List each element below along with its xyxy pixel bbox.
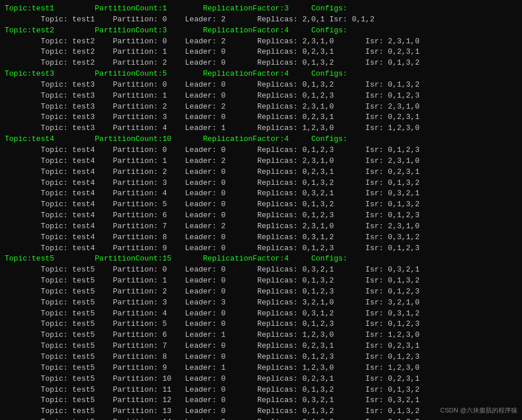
output-line: Topic: test5 Partition: 5 Leader: 0 Repl… <box>5 319 517 330</box>
output-line: Topic: test5 Partition: 2 Leader: 0 Repl… <box>5 287 517 298</box>
output-line: Topic: test4 Partition: 3 Leader: 0 Repl… <box>5 178 517 189</box>
output-line: Topic: test4 Partition: 4 Leader: 0 Repl… <box>5 188 517 199</box>
output-line: Topic: test4 Partition: 7 Leader: 2 Repl… <box>5 221 517 232</box>
output-line: Topic: test5 Partition: 3 Leader: 3 Repl… <box>5 298 517 309</box>
output-line: Topic: test4 Partition: 0 Leader: 0 Repl… <box>5 145 517 156</box>
output-line: Topic: test2 Partition: 2 Leader: 0 Repl… <box>5 58 517 69</box>
watermark: CSDN @六块腹肌的程序猿 <box>440 406 517 415</box>
output-line: Topic: test3 Partition: 2 Leader: 2 Repl… <box>5 102 517 113</box>
output-line: Topic:test5 PartitionCount:15 Replicatio… <box>5 254 517 265</box>
output-line: Topic: test5 Partition: 8 Leader: 0 Repl… <box>5 352 517 363</box>
output-line: Topic: test5 Partition: 1 Leader: 0 Repl… <box>5 276 517 287</box>
output-line: Topic: test2 Partition: 0 Leader: 2 Repl… <box>5 36 517 47</box>
output-line: Topic: test4 Partition: 9 Leader: 0 Repl… <box>5 243 517 254</box>
output-line: Topic: test4 Partition: 8 Leader: 0 Repl… <box>5 232 517 243</box>
output-line: Topic: test5 Partition: 4 Leader: 0 Repl… <box>5 309 517 319</box>
output-line: Topic:test3 PartitionCount:5 Replication… <box>5 69 517 80</box>
output-line: Topic: test2 Partition: 1 Leader: 0 Repl… <box>5 47 517 58</box>
output-line: Topic: test5 Partition: 7 Leader: 0 Repl… <box>5 341 517 352</box>
output-line: Topic: test3 Partition: 0 Leader: 0 Repl… <box>5 80 517 91</box>
output-line: Topic: test5 Partition: 9 Leader: 1 Repl… <box>5 363 517 374</box>
output-line: Topic: test4 Partition: 6 Leader: 0 Repl… <box>5 210 517 221</box>
output-line: Topic: test4 Partition: 5 Leader: 0 Repl… <box>5 199 517 210</box>
terminal-window: Topic:test1 PartitionCount:1 Replication… <box>0 0 522 420</box>
output-line: Topic: test4 Partition: 2 Leader: 0 Repl… <box>5 167 517 178</box>
output-line: Topic: test4 Partition: 1 Leader: 2 Repl… <box>5 156 517 167</box>
output-line: Topic: test1 Partition: 0 Leader: 2 Repl… <box>5 14 517 25</box>
output-line: Topic: test5 Partition: 6 Leader: 1 Repl… <box>5 330 517 341</box>
output-line: Topic: test5 Partition: 11 Leader: 0 Rep… <box>5 385 517 396</box>
output-line: Topic:test4 PartitionCount:10 Replicatio… <box>5 134 517 145</box>
output-line: Topic: test3 Partition: 3 Leader: 0 Repl… <box>5 112 517 123</box>
output-line: Topic: test5 Partition: 10 Leader: 0 Rep… <box>5 374 517 385</box>
output-lines: Topic:test1 PartitionCount:1 Replication… <box>5 3 517 420</box>
output-line: Topic: test3 Partition: 1 Leader: 0 Repl… <box>5 91 517 102</box>
output-line: Topic:test1 PartitionCount:1 Replication… <box>5 3 517 14</box>
output-line: Topic: test3 Partition: 4 Leader: 1 Repl… <box>5 123 517 134</box>
output-line: Topic: test5 Partition: 0 Leader: 0 Repl… <box>5 265 517 276</box>
output-line: Topic: test5 Partition: 12 Leader: 0 Rep… <box>5 395 517 406</box>
output-line: Topic:test2 PartitionCount:3 Replication… <box>5 25 517 36</box>
output-line: Topic: test5 Partition: 14 Leader: 0 Rep… <box>5 417 517 420</box>
